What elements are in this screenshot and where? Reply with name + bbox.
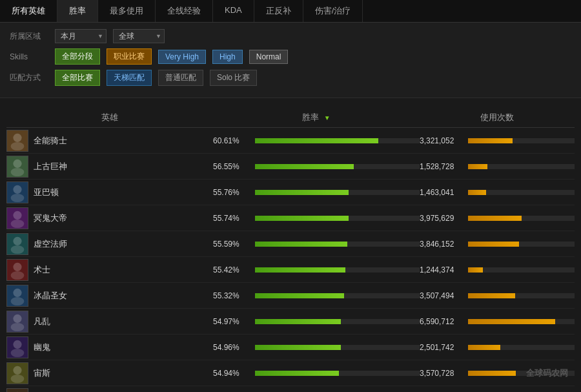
- nav-lane-xp[interactable]: 全线经验: [156, 0, 213, 22]
- scope-select-wrap[interactable]: 全球 亚洲 欧洲: [113, 29, 165, 43]
- svg-point-1: [13, 133, 21, 141]
- usage-value: 1,463,041: [420, 188, 462, 197]
- usage-value: 3,570,728: [420, 369, 462, 378]
- winrate-cell: 55.42%: [213, 265, 420, 274]
- nav-damage[interactable]: 伤害/治疗: [303, 0, 363, 22]
- svg-rect-30: [7, 389, 28, 393]
- table-row[interactable]: 术士55.42%1,244,374: [6, 257, 575, 283]
- hero-cell: 冥鬼大帝: [6, 207, 213, 229]
- match-btn-ranked[interactable]: 天梯匹配: [107, 70, 152, 86]
- winrate-bar-fill: [255, 190, 349, 195]
- filter-area: 所属区域 本月 上月 全年 全球 亚洲 欧洲 Skills 全部分段 职业比赛 …: [0, 23, 581, 98]
- usage-cell: 1,244,374: [420, 265, 575, 274]
- table-row[interactable]: 全能骑士60.61%3,321,052: [6, 128, 575, 154]
- svg-point-14: [11, 245, 25, 253]
- winrate-bar: [255, 138, 420, 143]
- skill-btn-high[interactable]: High: [212, 50, 243, 64]
- svg-point-5: [11, 167, 25, 176]
- winrate-bar: [255, 242, 420, 247]
- winrate-bar-fill: [255, 319, 341, 324]
- hero-cell: 宙斯: [6, 362, 213, 384]
- usage-bar: [468, 138, 575, 143]
- header-winrate[interactable]: 胜率 ▼: [213, 112, 420, 123]
- header-hero: 英雄: [6, 112, 213, 123]
- usage-value: 3,507,494: [420, 291, 462, 300]
- match-btn-all[interactable]: 全部比赛: [55, 70, 100, 86]
- usage-bar: [468, 267, 575, 273]
- skills-label: Skills: [10, 52, 48, 61]
- winrate-bar: [255, 164, 420, 169]
- hero-cell: 凡乱: [6, 311, 213, 333]
- svg-point-22: [13, 314, 21, 322]
- winrate-bar-fill: [255, 267, 345, 273]
- svg-point-25: [13, 340, 21, 348]
- usage-bar-fill: [468, 345, 500, 350]
- match-label: 匹配方式: [10, 72, 48, 83]
- winrate-bar: [255, 319, 420, 324]
- usage-bar: [468, 190, 575, 195]
- nav-winrate[interactable]: 胜率: [57, 0, 98, 22]
- usage-cell: 3,507,494: [420, 291, 575, 300]
- table-row[interactable]: 宙斯54.94%3,570,728: [6, 360, 575, 386]
- table-row[interactable]: 虚空法师55.59%3,846,152: [6, 231, 575, 257]
- usage-bar: [468, 164, 575, 169]
- svg-point-19: [13, 288, 21, 296]
- usage-bar-fill: [468, 371, 516, 376]
- usage-value: 3,321,052: [420, 136, 462, 145]
- usage-bar-fill: [468, 138, 513, 143]
- hero-name: 全能骑士: [34, 135, 67, 147]
- hero-avatar: [6, 130, 28, 152]
- header-usage: 使用次数: [420, 112, 575, 123]
- hero-cell: 虚空法师: [6, 233, 213, 255]
- skill-btn-normal[interactable]: Normal: [249, 50, 289, 64]
- table-row[interactable]: 上古巨神56.55%1,528,728: [6, 154, 575, 180]
- svg-point-20: [11, 296, 25, 305]
- winrate-cell: 54.97%: [213, 317, 420, 326]
- hero-cell: 术士: [6, 259, 213, 281]
- table-row[interactable]: 冥鬼大帝55.74%3,975,629: [6, 205, 575, 231]
- region-select[interactable]: 本月 上月 全年: [55, 29, 107, 43]
- region-select-wrap[interactable]: 本月 上月 全年: [55, 29, 107, 43]
- usage-cell: 3,321,052: [420, 136, 575, 145]
- winrate-value: 55.74%: [213, 214, 249, 223]
- skill-btn-pro[interactable]: 职业比赛: [107, 48, 152, 65]
- winrate-value: 54.96%: [213, 343, 249, 352]
- hero-name: 幽鬼: [34, 342, 50, 353]
- match-btn-normal[interactable]: 普通匹配: [158, 70, 203, 86]
- hero-avatar: [6, 156, 28, 178]
- svg-point-17: [11, 271, 25, 279]
- usage-value: 1,244,374: [420, 265, 462, 274]
- winrate-bar-fill: [255, 371, 339, 376]
- match-btn-solo[interactable]: Solo 比赛: [210, 70, 257, 86]
- winrate-bar-fill: [255, 242, 347, 247]
- nav-kda[interactable]: KDA: [213, 0, 254, 22]
- winrate-bar: [255, 371, 420, 376]
- region-filter-row: 所属区域 本月 上月 全年 全球 亚洲 欧洲: [10, 29, 571, 43]
- winrate-bar: [255, 345, 420, 350]
- svg-point-29: [11, 374, 25, 382]
- winrate-cell: 55.74%: [213, 214, 420, 223]
- usage-value: 1,528,728: [420, 162, 462, 171]
- nav-all-heroes[interactable]: 所有英雄: [0, 0, 57, 22]
- winrate-value: 55.42%: [213, 265, 249, 274]
- svg-point-28: [13, 366, 21, 374]
- table-row[interactable]: 亚巴顿55.76%1,463,041: [6, 180, 575, 205]
- winrate-bar: [255, 267, 420, 273]
- hero-avatar: [6, 336, 28, 358]
- winrate-value: 55.76%: [213, 188, 249, 197]
- table-row[interactable]: 凡乱54.97%6,590,712: [6, 309, 575, 335]
- table-row[interactable]: 半人马战行者54.91%1,533,345: [6, 386, 575, 392]
- usage-cell: 3,975,629: [420, 214, 575, 223]
- table-row[interactable]: 冰晶圣女55.32%3,507,494: [6, 283, 575, 309]
- skill-btn-all[interactable]: 全部分段: [55, 48, 100, 65]
- nav-most-used[interactable]: 最多使用: [98, 0, 156, 22]
- usage-cell: 3,846,152: [420, 240, 575, 249]
- winrate-cell: 55.59%: [213, 240, 420, 249]
- hero-avatar: [6, 388, 28, 393]
- svg-point-2: [11, 141, 25, 150]
- hero-name: 术士: [34, 264, 50, 276]
- scope-select[interactable]: 全球 亚洲 欧洲: [113, 29, 165, 43]
- table-row[interactable]: 幽鬼54.96%2,501,742: [6, 335, 575, 360]
- nav-lasthit[interactable]: 正反补: [254, 0, 303, 22]
- skill-btn-very-high[interactable]: Very High: [158, 50, 206, 64]
